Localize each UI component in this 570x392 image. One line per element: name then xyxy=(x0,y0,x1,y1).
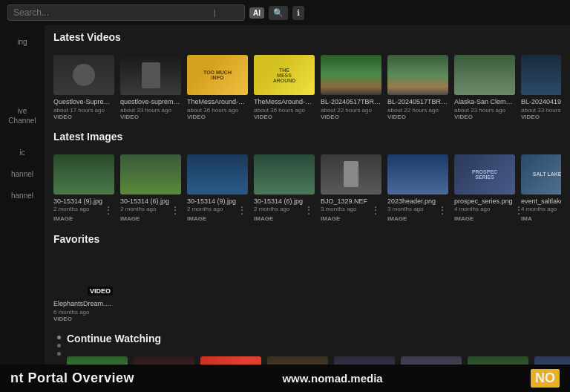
thumbnail: SALT LAKE 2... xyxy=(521,154,561,195)
card-badge: VIDEO xyxy=(187,114,248,120)
list-item[interactable]: ▶ Questlove-Supreme-G... about 17 hours … xyxy=(53,55,114,120)
list-item[interactable]: ▶ BL-20240419TEX-... about 33 hours ago … xyxy=(521,55,561,120)
card-badge: VIDEO xyxy=(321,114,381,120)
sidebar-item-1[interactable]: ing xyxy=(0,33,45,51)
play-icon: ▶ xyxy=(546,67,557,83)
search-button[interactable]: 🔍 xyxy=(269,6,288,20)
card-badge: IMAGE xyxy=(53,215,73,222)
card-meta: 3 months ago xyxy=(387,206,436,212)
list-item[interactable]: ▶ Contra Costa County -... 2 months ago … xyxy=(334,356,395,365)
card-title: TheMessAround-Podc... xyxy=(254,98,315,107)
info-button[interactable]: ℹ xyxy=(292,6,304,20)
list-item[interactable]: 30-15314 (9).jpg 2 months ago IMAGE ⋮ xyxy=(187,154,248,223)
list-item[interactable]: ▶ BL-20240517TBR-TO... about 22 hours ag… xyxy=(321,55,381,120)
latest-images-header: Latest Images xyxy=(53,131,561,148)
list-item[interactable]: HEY DUDETHE 90s ▶ Hey-Dude-the-90s-Cal..… xyxy=(200,356,261,365)
latest-images-title: Latest Images xyxy=(53,131,122,143)
card-title: event_saltlake_202... xyxy=(521,197,561,206)
card-meta: about 17 hours ago xyxy=(53,107,114,114)
image-card-meta: 30-15314 (9).jpg 2 months ago IMAGE ⋮ xyxy=(53,197,114,223)
list-item[interactable]: ▶ Alaska-San Clemente-... about 23 hours… xyxy=(454,55,515,120)
continue-watching-grid: ▶ BL-20240517TBR-TO... 1 day ago VIDEO ▶… xyxy=(67,356,570,365)
card-badge: IMAGE xyxy=(120,215,140,222)
list-item[interactable]: 2023header.png 3 months ago IMAGE ⋮ xyxy=(387,154,448,223)
list-item[interactable]: BJO_1329.NEF 3 months ago IMAGE ⋮ xyxy=(321,154,381,223)
card-title: 30-15314 (6).jpg xyxy=(120,197,169,206)
list-item[interactable]: TOO MUCHINFO ▶ TheMessAround-Podc... abo… xyxy=(187,55,248,120)
layout: ing ive Channel ic hannel hannel Latest … xyxy=(0,25,570,365)
card-title: prospec_series.png xyxy=(454,197,513,206)
list-item[interactable]: SALT LAKE 2... event_saltlake_202... 4 m… xyxy=(521,154,561,223)
card-meta: 2 months ago xyxy=(187,206,236,212)
ai-badge: AI xyxy=(249,7,264,19)
list-item[interactable]: ▶ BL-20240517TBR-TO... about 22 hours ag… xyxy=(387,55,448,120)
list-item[interactable]: ▶ 30-15314_07_11_55... 2 months ago VIDE… xyxy=(468,356,528,365)
card-title: BL-20240517TBR-TO... xyxy=(321,98,381,107)
list-item[interactable]: ▶ BL-20240517TBR-TO... 1 day ago VIDEO xyxy=(67,356,128,365)
list-item[interactable]: 30-15314 (6).jpg 2 months ago IMAGE ⋮ xyxy=(254,154,315,223)
card-title: questlove-supreme-ge... xyxy=(120,98,181,107)
list-item[interactable]: VIDEO ▶ ElephantsDream.mp4 6 months ago … xyxy=(53,257,114,322)
list-item[interactable]: ▶ Baking Basics Part 1 F... about 1 mont… xyxy=(267,356,328,365)
thumbnail xyxy=(53,154,114,195)
card-title: TheMessAround-Podc... xyxy=(187,98,248,107)
play-icon: ▶ xyxy=(79,269,89,285)
favorites-grid: VIDEO ▶ ElephantsDream.mp4 6 months ago … xyxy=(53,257,561,322)
search-input[interactable] xyxy=(13,7,214,18)
footer-logo: NO xyxy=(531,369,560,388)
header: | AI 🔍 ℹ xyxy=(0,0,570,25)
list-item[interactable]: THEMESSAROUND ▶ TheMessAround-Podc... ab… xyxy=(254,55,315,120)
footer: nt Portal Overview www.nomad.media NO xyxy=(0,365,570,392)
card-meta: 6 months ago xyxy=(53,309,114,316)
collapse-dot[interactable] xyxy=(57,336,61,339)
search-bar[interactable]: | xyxy=(7,4,245,21)
sidebar-item-4[interactable]: hannel xyxy=(0,165,45,183)
more-options-icon[interactable]: ⋮ xyxy=(102,205,114,215)
thumbnail xyxy=(187,154,248,195)
expand-dot[interactable] xyxy=(57,344,61,347)
card-title: Questlove-Supreme-G... xyxy=(53,98,114,107)
continue-watching-content: Continue Watching ▶ BL-20240517TBR-TO...… xyxy=(67,333,570,365)
options-dot[interactable] xyxy=(57,352,61,356)
card-meta: about 33 hours ago xyxy=(120,107,181,114)
sidebar-item-5[interactable]: hannel xyxy=(0,186,45,205)
list-item[interactable]: ▶ David Bowie's Ziggy St... 14 days ago … xyxy=(134,356,194,365)
card-meta: 2 months ago xyxy=(53,206,102,212)
card-title: BL-20240517TBR-TO... xyxy=(387,98,448,107)
card-badge: VIDEO xyxy=(521,114,561,120)
image-card-meta: event_saltlake_202... 4 months ago IMA ⋮ xyxy=(521,197,561,223)
continue-watching-title: Continue Watching xyxy=(67,333,161,344)
continue-watching-header: Continue Watching xyxy=(67,333,570,350)
list-item[interactable]: 30-15314 (9).jpg 2 months ago IMAGE ⋮ xyxy=(53,154,114,223)
sidebar-item-3[interactable]: ic xyxy=(0,143,45,162)
card-meta: about 33 hours ago xyxy=(521,107,561,114)
continue-watching-section: Continue Watching ▶ BL-20240517TBR-TO...… xyxy=(53,333,561,365)
image-card-meta: 30-15314 (6).jpg 2 months ago IMAGE ⋮ xyxy=(254,197,315,223)
more-options-icon[interactable]: ⋮ xyxy=(169,205,181,215)
play-icon: ▶ xyxy=(346,67,356,83)
more-options-icon[interactable]: ⋮ xyxy=(370,205,381,215)
card-badge: VIDEO xyxy=(454,114,515,120)
card-title: 30-15314 (6).jpg xyxy=(254,197,303,206)
list-item[interactable]: ▶ questlove-supreme-ge... about 33 hours… xyxy=(120,55,181,120)
main-content: Latest Videos ▶ Questlove-Supreme-G... a… xyxy=(45,25,570,365)
more-options-icon[interactable]: ⋮ xyxy=(436,205,448,215)
sidebar: ing ive Channel ic hannel hannel xyxy=(0,25,45,365)
card-badge: IMAGE xyxy=(387,215,407,222)
search-cursor: | xyxy=(214,9,216,17)
list-item[interactable]: PROSPECSERIES prospec_series.png 4 month… xyxy=(454,154,515,223)
thumbnail xyxy=(387,154,448,195)
more-options-icon[interactable]: ⋮ xyxy=(303,205,315,215)
more-options-icon[interactable]: ⋮ xyxy=(236,205,248,215)
image-card-meta: 2023header.png 3 months ago IMAGE ⋮ xyxy=(387,197,448,223)
list-item[interactable]: ▶ Baja California-Sa... 3 months ago VID… xyxy=(534,356,570,365)
sidebar-item-2[interactable]: ive Channel xyxy=(0,102,45,130)
list-item[interactable]: ▶ Contra Costa County -... 2 months ago … xyxy=(401,356,462,365)
card-title: BJO_1329.NEF xyxy=(321,197,367,206)
list-item[interactable]: 30-15314 (6).jpg 2 months ago IMAGE ⋮ xyxy=(120,154,181,223)
play-icon: ▶ xyxy=(79,67,89,83)
continue-watching-controls xyxy=(53,333,64,356)
favorites-title: Favorites xyxy=(53,233,99,245)
card-meta: about 23 hours ago xyxy=(454,107,515,114)
card-meta: 2 months ago xyxy=(120,206,169,212)
